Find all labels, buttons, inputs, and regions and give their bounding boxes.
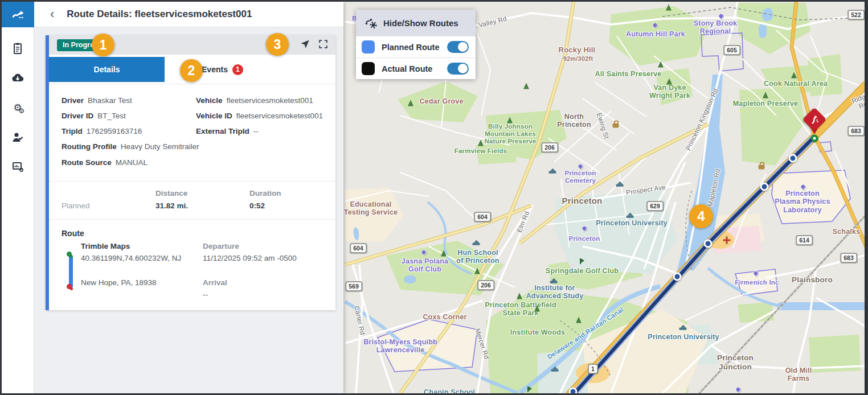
map-label: Princeton Battlefield State Park [485, 301, 556, 318]
map-label: Mapleton Rd [707, 168, 722, 208]
back-button[interactable]: ‹ [50, 8, 54, 20]
sidebar-item-settings[interactable]: ⚙⚙ [10, 100, 25, 115]
gears-icon: ⚙⚙ [13, 103, 22, 113]
school-icon [627, 216, 634, 218]
route-shield: 522 [847, 10, 865, 20]
map-label: Mercer Rd [473, 328, 490, 360]
actual-route-label: Actual Route [382, 64, 447, 73]
route-waypoint-marker[interactable] [760, 183, 769, 191]
routes-panel-header: Hide/Show Routes [356, 10, 476, 36]
sidebar-item-orders[interactable] [10, 41, 25, 56]
divider [49, 181, 335, 182]
field-row: Driver IDBT_Test Vehicle IDfleetservices… [62, 108, 330, 124]
route-waypoint-marker[interactable] [569, 388, 578, 394]
map-label: Coxs Corner [423, 313, 466, 321]
map-label: Cedar Grove [419, 97, 463, 105]
map-label: Ridge Rd [851, 92, 866, 112]
hospital-icon [723, 237, 731, 244]
route-shield: 569 [345, 281, 362, 291]
sidebar-item-downloads[interactable] [10, 71, 25, 85]
poi-pin-icon [420, 249, 428, 256]
poi-pin-icon [735, 386, 742, 393]
tree-icon [507, 117, 513, 123]
app-logo[interactable] [2, 2, 34, 27]
hide-show-routes-panel: Hide/Show Routes Planned Route Actual Ro… [356, 10, 476, 79]
origin-stop-icon [67, 252, 72, 257]
map-label: Ewing St [595, 112, 610, 140]
tree-icon [408, 100, 413, 106]
map-label: Princeton Cemetery [565, 170, 596, 184]
map-canvas[interactable]: Brook ClubValley RdRocky Hill92m/302ftAu… [343, 2, 866, 393]
lock-icon [613, 123, 619, 127]
callout-4: 4 [689, 204, 713, 228]
school-icon [549, 171, 556, 174]
map-label: Cook Natural Area [764, 80, 828, 88]
map-label: Stony Brook Regional [694, 19, 738, 36]
golf-flag-icon [580, 258, 581, 264]
destination-address: New Hope, PA, 18938 [81, 278, 157, 287]
actual-route-toggle[interactable] [447, 63, 469, 75]
poi-pin-icon [581, 225, 588, 232]
map-label: Educational Testing Service [344, 200, 398, 217]
origin-address: 40.361199N,74.600232W, NJ [81, 254, 181, 262]
route-glyph-icon [808, 113, 821, 126]
map-label: Princeton [562, 196, 603, 205]
tab-details[interactable]: Details [49, 57, 165, 82]
sidebar-item-drivers[interactable] [10, 130, 25, 145]
page-title: Route Details: fleetservicesmoketest001 [67, 9, 252, 20]
fullscreen-icon[interactable] [318, 39, 329, 50]
locate-arrow-icon[interactable] [300, 39, 310, 50]
route-waypoint-marker[interactable] [704, 240, 713, 248]
clipboard-icon [11, 42, 24, 55]
poi-pin-icon [577, 163, 584, 170]
tree-icon [523, 83, 529, 89]
map-label: Jasna Polana Golf Club [402, 257, 448, 274]
distance-header: Distance [155, 189, 187, 198]
map-label: Princeton Junction [717, 353, 754, 371]
route-origin-marker[interactable] [811, 135, 818, 142]
events-count-badge: 1 [232, 64, 243, 75]
route-details-pane: ‹ Route Details: fleetservicesmoketest00… [34, 2, 343, 393]
map-label: Institute for Advanced Study [526, 284, 584, 301]
poi-pin-icon [652, 22, 659, 29]
destination-stop-icon [67, 284, 72, 289]
sidebar-item-reports[interactable] [10, 159, 25, 174]
map-label: Schalks [833, 228, 861, 236]
field-row: DriverBhaskar Test Vehiclefleetservicesm… [62, 93, 330, 108]
tree-icon [576, 316, 582, 323]
map-label: Farmview Fields [455, 147, 507, 155]
map-label: Billy Johnson Mountain Lakes Nature Pres… [484, 123, 536, 146]
map-label: 92m/302ft [563, 55, 593, 63]
school-icon [679, 328, 687, 330]
field-row: TripId1762959163716 External TripId-- [62, 124, 330, 139]
route-waypoint-marker[interactable] [789, 154, 797, 163]
route-shield: 206 [541, 142, 558, 153]
planned-route-toggle[interactable] [447, 41, 469, 53]
callout-2: 2 [180, 59, 203, 82]
departure-value: 11/12/2025 09:52 am -0500 [203, 254, 297, 262]
tree-icon [478, 139, 484, 146]
tree-icon [474, 268, 480, 274]
route-shield: 683 [847, 126, 865, 136]
tree-icon [763, 92, 768, 98]
route-shield: 1 [588, 364, 598, 374]
actual-route-swatch [362, 62, 375, 75]
actual-route-row: Actual Route [356, 57, 476, 79]
route-shield: 605 [723, 45, 740, 55]
tree-icon [666, 78, 672, 84]
school-icon [616, 184, 624, 187]
origin-name: Trimble Maps [81, 242, 130, 250]
map-label: Van Dyke Wright Park [649, 84, 690, 100]
duration-header: Duration [249, 189, 281, 198]
school-icon [473, 243, 480, 245]
map-label: Carter Rd [353, 305, 366, 335]
map-label: Old Mill Farms [785, 367, 812, 383]
route-waypoint-marker[interactable] [673, 273, 682, 281]
planned-route-row: Planned Route [356, 36, 476, 57]
map-label: Elm Rd [516, 210, 531, 233]
map-label: Valley Rd [478, 15, 507, 30]
callout-1: 1 [92, 34, 114, 56]
map-label: Princeton Plasma Physics Laboratory [775, 190, 830, 214]
map-label: Autumn Hill Park [626, 30, 685, 38]
route-summary-card: In Progress 1 3 Details Events 1 2 [46, 35, 335, 310]
